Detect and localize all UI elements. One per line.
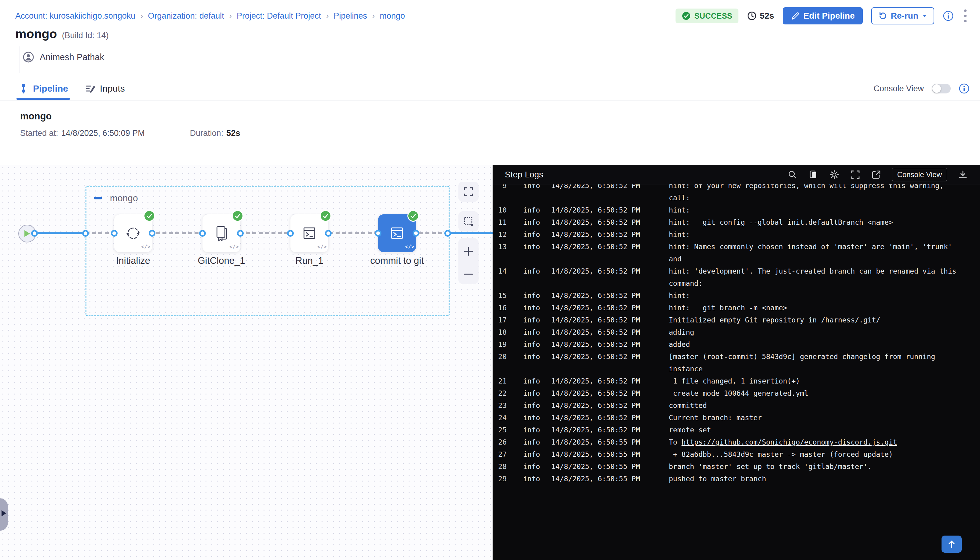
user-avatar-icon (23, 51, 34, 63)
log-timestamp: 14/8/2025, 6:50:52 PM (551, 302, 653, 314)
log-message: committed (669, 399, 707, 412)
step-logs-panel: Step Logs Console View (493, 165, 980, 560)
connector-dot (199, 230, 206, 237)
breadcrumb-separator: › (140, 11, 143, 21)
log-line-number: 22 (497, 387, 507, 399)
log-line-number: 19 (497, 338, 507, 350)
log-level: info (523, 424, 542, 436)
log-level: info (523, 387, 542, 399)
log-message-line: hint: (669, 204, 690, 216)
marquee-select-button[interactable] (458, 211, 478, 232)
page-title: mongo (15, 27, 57, 41)
log-message-line: hint: (669, 290, 690, 302)
step-label: commit to git (348, 255, 446, 266)
log-row: 23info14/8/2025, 6:50:52 PMcommitted (497, 399, 980, 412)
step-success-check-icon (143, 210, 155, 222)
console-view-button[interactable]: Console View (892, 168, 947, 182)
breadcrumb-item[interactable]: Project: Default Project (237, 11, 321, 21)
breadcrumb-item[interactable]: mongo (380, 11, 405, 21)
breadcrumb-item[interactable]: Account: kurosakiichigo.songoku (15, 11, 135, 21)
breadcrumb-separator: › (326, 11, 328, 21)
download-logs-icon[interactable] (958, 170, 968, 180)
log-message-line: hint: (669, 228, 690, 241)
step-logs-body[interactable]: 9info14/8/2025, 6:50:52 PMhint: of your … (493, 185, 980, 560)
build-author: Animesh Pathak (23, 51, 104, 63)
duration-label: Duration: (190, 128, 223, 138)
log-message-line: pushed to master branch (669, 473, 766, 485)
open-in-new-tab-icon[interactable] (871, 170, 881, 180)
zoom-out-button[interactable] (463, 272, 474, 276)
breadcrumb-item[interactable]: Organization: default (148, 11, 224, 21)
zoom-in-button[interactable] (463, 246, 474, 257)
log-line-number: 13 (497, 241, 507, 253)
tab-pipeline[interactable]: Pipeline (18, 77, 68, 100)
log-message: hint: 'development'. The just-created br… (669, 265, 957, 290)
build-header: mongo (Build Id: 14) (15, 27, 109, 41)
author-name: Animesh Pathak (40, 52, 104, 62)
stage-name: mongo (20, 111, 52, 122)
scroll-to-top-button[interactable] (942, 535, 962, 553)
log-message: To https://github.com/Sonichigo/economy-… (669, 436, 897, 448)
log-row: 16info14/8/2025, 6:50:52 PMhint: git bra… (497, 302, 980, 314)
log-level: info (523, 436, 542, 448)
log-link[interactable]: https://github.com/Sonichigo/economy-dis… (682, 438, 897, 446)
log-level: info (523, 228, 542, 241)
log-row: 22info14/8/2025, 6:50:52 PM create mode … (497, 387, 980, 399)
log-row: 9info14/8/2025, 6:50:52 PMhint: of your … (497, 185, 980, 204)
copy-logs-icon[interactable] (808, 170, 818, 180)
connector-dot (444, 230, 451, 237)
breadcrumb-item[interactable]: Pipelines (334, 11, 367, 21)
connector-dot (413, 230, 419, 237)
step-logs-header: Step Logs Console View (493, 165, 980, 185)
log-timestamp: 14/8/2025, 6:50:55 PM (551, 460, 653, 473)
chevron-down-icon (922, 14, 927, 18)
log-level: info (523, 265, 542, 277)
edge-stage-to-end (448, 232, 493, 234)
fullscreen-canvas-button[interactable] (458, 182, 478, 202)
tab-inputs[interactable]: Inputs (85, 77, 125, 100)
log-message: Current branch: master (669, 412, 762, 424)
status-badge: SUCCESS (675, 8, 738, 23)
stage-summary-bar: mongo Started at: 14/8/2025, 6:50:09 PM … (0, 100, 980, 165)
log-timestamp: 14/8/2025, 6:50:52 PM (551, 424, 653, 436)
log-message-line: hint: of your new repositories, which wi… (669, 185, 944, 192)
log-row: 28info14/8/2025, 6:50:55 PMbranch 'maste… (497, 460, 980, 473)
log-timestamp: 14/8/2025, 6:50:55 PM (551, 436, 653, 448)
log-message-line: call: (669, 192, 944, 204)
left-drawer-expand-handle[interactable] (0, 498, 8, 531)
tab-inputs-label: Inputs (100, 83, 125, 94)
log-timestamp: 14/8/2025, 6:50:52 PM (551, 290, 653, 302)
breadcrumb: Account: kurosakiichigo.songoku›Organiza… (15, 11, 405, 21)
search-logs-icon[interactable] (788, 170, 797, 180)
collapse-stage-icon[interactable] (94, 197, 102, 199)
log-row: 26info14/8/2025, 6:50:55 PMTo https://gi… (497, 436, 980, 448)
duration-indicator: 52s (747, 11, 774, 21)
log-line-number: 11 (497, 216, 507, 228)
harness-pipeline-execution-page: Account: kurosakiichigo.songoku›Organiza… (0, 0, 980, 560)
step-label: Initialize (84, 255, 182, 266)
pipeline-canvas[interactable]: mongo </>Initialize</>GitClone_1</>Run_1… (0, 165, 493, 560)
edit-pipeline-button[interactable]: Edit Pipeline (783, 7, 863, 25)
step-label: Run_1 (260, 255, 358, 266)
log-message: + 82a6dbb...5843d9c master -> master (fo… (669, 448, 893, 460)
more-options-menu[interactable] (962, 8, 968, 24)
connector-dot (82, 230, 89, 237)
log-settings-gear-icon[interactable] (829, 170, 840, 180)
log-message: create mode 100644 generated.yml (669, 387, 808, 399)
log-line-number: 28 (497, 460, 507, 473)
log-line-number: 12 (497, 228, 507, 241)
log-timestamp: 14/8/2025, 6:50:52 PM (551, 216, 653, 228)
log-level: info (523, 350, 542, 363)
terminal-icon (388, 225, 406, 242)
rerun-button[interactable]: Re-run (871, 7, 934, 25)
code-step-glyph: </> (405, 244, 414, 250)
console-view-toggle[interactable] (932, 84, 951, 93)
expand-logs-icon[interactable] (850, 170, 860, 180)
connector-dot (237, 230, 244, 237)
code-step-glyph: </> (317, 244, 327, 250)
console-view-info-icon[interactable] (958, 83, 970, 94)
rerun-info-icon[interactable] (943, 10, 954, 22)
log-timestamp: 14/8/2025, 6:50:52 PM (551, 399, 653, 412)
log-message-line: branch 'master' set up to track 'gitlab/… (669, 460, 872, 473)
log-timestamp: 14/8/2025, 6:50:52 PM (551, 326, 653, 338)
